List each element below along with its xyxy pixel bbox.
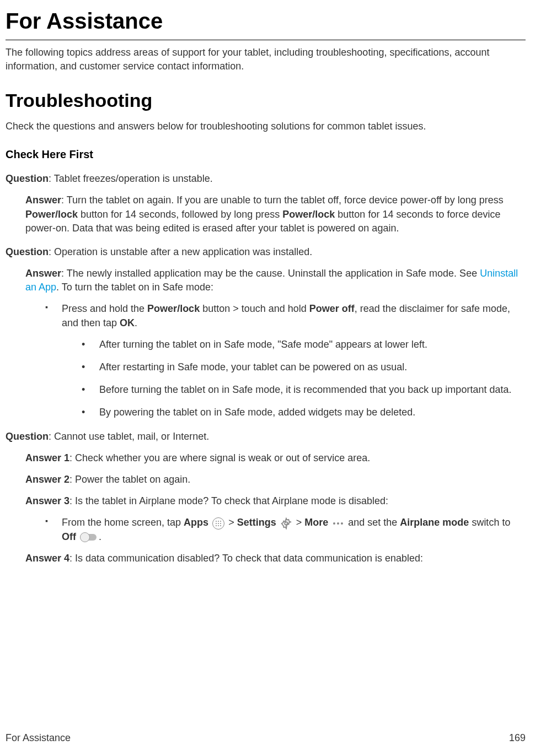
bold-text: Power/lock — [282, 209, 335, 220]
answer-text: : Check whether you are where signal is … — [69, 452, 370, 463]
answer-3-2: Answer 2: Power the tablet on again. — [25, 473, 526, 487]
answer-text: : Is data communication disabled? To che… — [69, 553, 423, 564]
list-item: After turning the tablet on in Safe mode… — [82, 338, 526, 352]
bold-text: Power/lock — [25, 209, 78, 220]
page-title: For Assistance — [6, 6, 526, 40]
question-text: : Operation is unstable after a new appl… — [49, 246, 312, 257]
answer-text-part: : The newly installed application may be… — [61, 268, 480, 279]
answer-label: Answer — [25, 268, 61, 279]
bold-text: Power/lock — [147, 303, 200, 314]
answer-text-part: button for 14 seconds, followed by long … — [78, 209, 282, 220]
text-part: button > touch and hold — [200, 303, 309, 314]
list-item: After restarting in Safe mode, your tabl… — [82, 360, 526, 374]
list-item: Press and hold the Power/lock button > t… — [45, 302, 526, 419]
intro-text: The following topics address areas of su… — [6, 46, 526, 73]
text-part: and set the — [348, 517, 400, 528]
apps-icon — [212, 517, 224, 530]
safe-mode-notes-list: After turning the tablet on in Safe mode… — [82, 338, 526, 420]
question-text: : Cannot use tablet, mail, or Internet. — [49, 431, 209, 442]
safe-mode-steps-list: Press and hold the Power/lock button > t… — [45, 302, 526, 419]
question-3: Question: Cannot use tablet, mail, or In… — [6, 430, 526, 444]
bold-text: More — [304, 517, 328, 528]
question-1: Question: Tablet freezes/operation is un… — [6, 172, 526, 186]
footer-section-title: For Assistance — [6, 731, 71, 745]
check-here-first-heading: Check Here First — [6, 147, 526, 162]
section-troubleshooting-title: Troubleshooting — [6, 88, 526, 114]
text-part: From the home screen, tap — [62, 517, 184, 528]
answer-text: : Is the tablet in Airplane mode? To che… — [69, 495, 388, 506]
airplane-mode-steps-list: From the home screen, tap Apps > Setting… — [45, 516, 526, 543]
question-label: Question — [6, 431, 49, 442]
toggle-off-icon — [80, 532, 98, 542]
answer-label: Answer 1 — [25, 452, 69, 463]
list-item: Before turning the tablet on in Safe mod… — [82, 383, 526, 397]
text-part: Press and hold the — [62, 303, 147, 314]
bold-text: OK — [120, 317, 135, 328]
answer-text: : Power the tablet on again. — [69, 474, 190, 485]
answer-3-3: Answer 3: Is the tablet in Airplane mode… — [25, 494, 526, 508]
list-item: From the home screen, tap Apps > Setting… — [45, 516, 526, 543]
text-part: switch to — [469, 517, 510, 528]
bold-text: Airplane mode — [400, 517, 469, 528]
question-2: Question: Operation is unstable after a … — [6, 245, 526, 259]
answer-3-1: Answer 1: Check whether you are where si… — [25, 451, 526, 465]
answer-label: Answer 3 — [25, 495, 69, 506]
troubleshooting-intro: Check the questions and answers below fo… — [6, 120, 526, 133]
answer-3-4: Answer 4: Is data communication disabled… — [25, 552, 526, 565]
question-label: Question — [6, 173, 49, 184]
bold-text: Off — [62, 531, 76, 542]
answer-label: Answer 4 — [25, 553, 69, 564]
bold-text: Power off — [309, 303, 355, 314]
answer-2: Answer: The newly installed application … — [25, 267, 526, 294]
footer-page-number: 169 — [509, 731, 526, 745]
text-part: > — [296, 517, 305, 528]
bold-text: Settings — [237, 517, 276, 528]
answer-label: Answer — [25, 195, 61, 206]
answer-label: Answer 2 — [25, 474, 69, 485]
answer-1: Answer: Turn the tablet on again. If you… — [25, 193, 526, 235]
answer-text-part: : Turn the tablet on again. If you are u… — [61, 195, 503, 206]
more-icon — [332, 521, 344, 526]
text-part: > — [228, 517, 237, 528]
text-part: . — [99, 531, 101, 542]
answer-text-part: . To turn the tablet on in Safe mode: — [56, 282, 213, 293]
question-label: Question — [6, 246, 49, 257]
bold-text: Apps — [184, 517, 208, 528]
list-item: By powering the tablet on in Safe mode, … — [82, 406, 526, 419]
text-part: . — [135, 317, 137, 328]
question-text: : Tablet freezes/operation is unstable. — [49, 173, 213, 184]
page-footer: For Assistance 169 — [6, 731, 526, 745]
settings-icon — [280, 517, 292, 530]
